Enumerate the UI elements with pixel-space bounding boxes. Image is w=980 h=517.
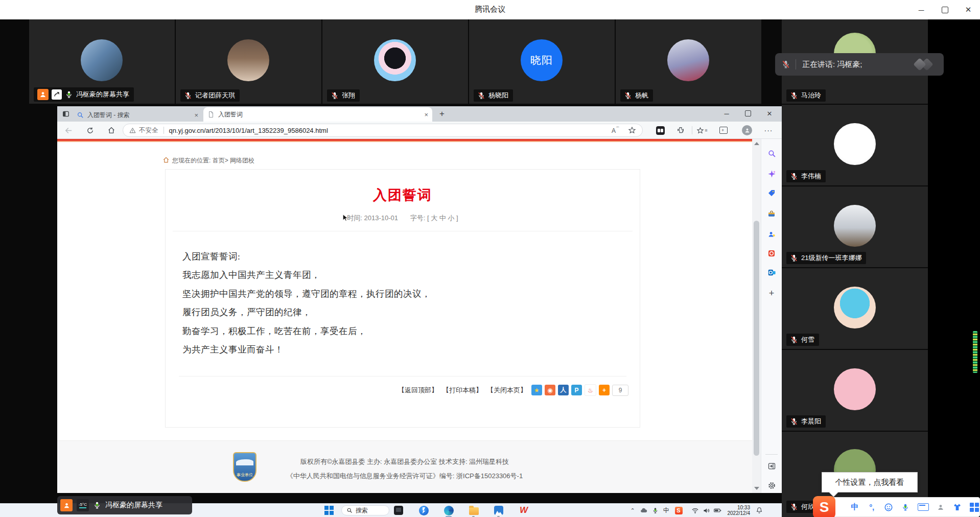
- video-tile[interactable]: 杨帆: [616, 19, 761, 104]
- screen: 腾讯会议 ─ ✕ 冯枢豪的屏幕共享 记者团薛天琪 张翔 晓阳 杨: [0, 0, 980, 517]
- not-secure-icon: [129, 127, 136, 134]
- share-weibo-icon[interactable]: ◉: [545, 385, 555, 395]
- sidebar-add-icon[interactable]: +: [766, 288, 777, 298]
- tray-ime-lang[interactable]: 中: [661, 505, 671, 515]
- divider: [796, 59, 796, 69]
- security-label: 不安全: [139, 126, 158, 135]
- avatar: [834, 123, 876, 165]
- browser-menu-icon[interactable]: ···: [761, 124, 776, 137]
- close-page-link[interactable]: 【关闭本页】: [487, 386, 527, 395]
- sogou-tooltip[interactable]: 个性设置，点我看看: [822, 472, 918, 492]
- add-favorite-icon[interactable]: [628, 126, 636, 134]
- back-button[interactable]: [61, 124, 76, 137]
- share-pengyou-icon[interactable]: P: [571, 385, 582, 395]
- ime-lang-toggle[interactable]: 中: [850, 502, 860, 513]
- taskbar-wps-icon[interactable]: W: [519, 505, 529, 515]
- share-renren-icon[interactable]: 人: [558, 385, 569, 395]
- address-bar[interactable]: 不安全 qn.yj.gov.cn/art/2013/10/1/art_13522…: [123, 124, 643, 137]
- tab-actions-icon[interactable]: [62, 110, 70, 118]
- url-text: qn.yj.gov.cn/art/2013/10/1/art_1352239_9…: [169, 127, 328, 134]
- ime-emoji-icon[interactable]: [883, 502, 894, 513]
- scroll-down-icon[interactable]: [754, 487, 759, 490]
- tab-active[interactable]: 入团誓词 ×: [203, 107, 432, 122]
- sidebar-tools-icon[interactable]: [766, 209, 777, 219]
- taskbar-explorer-icon[interactable]: [469, 505, 479, 515]
- ime-keyboard-icon[interactable]: [918, 502, 929, 513]
- home-button[interactable]: [104, 124, 119, 137]
- avatar: [834, 205, 876, 247]
- mic-on-icon: [65, 90, 73, 99]
- tray-cloud-icon[interactable]: [639, 505, 649, 515]
- sidebar-search-icon[interactable]: [766, 148, 777, 158]
- tray-mic-icon[interactable]: [650, 505, 660, 515]
- video-tile[interactable]: 晓阳 杨晓阳: [469, 19, 615, 104]
- video-tile[interactable]: 记者团薛天琪: [176, 19, 321, 104]
- sidebar-shopping-icon[interactable]: [766, 188, 777, 198]
- print-link[interactable]: 【打印本稿】: [442, 386, 482, 395]
- app-minimize-button[interactable]: ─: [909, 0, 933, 19]
- ime-toolbox-icon[interactable]: [969, 502, 979, 513]
- browser-maximize-button[interactable]: [739, 106, 757, 121]
- share-qzone-icon[interactable]: ★: [531, 385, 542, 395]
- tab-close-icon[interactable]: ×: [424, 111, 428, 119]
- video-tile[interactable]: 21级新传一班李娜娜: [782, 186, 928, 267]
- taskbar-app-dark[interactable]: [393, 505, 404, 515]
- tray-chevron-icon[interactable]: ⌃: [627, 505, 638, 515]
- participant-name: 21级新传一班李娜娜: [801, 253, 861, 263]
- sidebar-outlook-icon[interactable]: [766, 267, 777, 277]
- video-tile[interactable]: 张翔: [322, 19, 468, 104]
- taskbar-docs-icon[interactable]: [494, 505, 504, 515]
- taskbar-clock[interactable]: 10:33 2022/12/4: [724, 505, 750, 516]
- taskbar-app-blue[interactable]: [418, 505, 429, 515]
- tab-close-icon[interactable]: ×: [194, 111, 198, 119]
- favorites-list-icon[interactable]: ≡: [695, 124, 709, 137]
- tray-wifi-icon[interactable]: [690, 505, 700, 515]
- font-size-switch[interactable]: 字号: [ 大 中 小 ]: [410, 214, 458, 222]
- sidebar-office-icon[interactable]: [766, 248, 777, 258]
- video-tile[interactable]: 何雪: [782, 268, 928, 349]
- sidebar-people-icon[interactable]: [766, 229, 777, 239]
- breadcrumb[interactable]: 您现在的位置: 首页> 网络团校: [172, 156, 254, 165]
- tray-volume-icon[interactable]: [701, 505, 711, 515]
- video-tile[interactable]: 李晨阳: [782, 350, 928, 431]
- document-icon: [207, 111, 215, 118]
- avatar: [834, 368, 876, 410]
- app-close-button[interactable]: ✕: [956, 0, 980, 19]
- tray-battery-icon[interactable]: [712, 505, 722, 515]
- taskbar-edge-icon[interactable]: [444, 505, 454, 515]
- page-scrollbar[interactable]: [752, 139, 761, 493]
- profile-avatar[interactable]: [740, 124, 754, 137]
- sidebar-settings-icon[interactable]: [766, 480, 777, 490]
- sidebar-panel-icon[interactable]: [766, 461, 777, 471]
- avatar: [834, 287, 876, 328]
- ime-profile-icon[interactable]: [936, 502, 946, 513]
- app-maximize-button[interactable]: [933, 0, 956, 19]
- scroll-up-icon[interactable]: [754, 142, 759, 145]
- new-tab-button[interactable]: +: [439, 109, 445, 119]
- video-tile[interactable]: 李伟楠: [782, 105, 928, 185]
- notification-bell-icon[interactable]: [754, 505, 764, 515]
- share-tieba-icon[interactable]: ♨: [585, 384, 596, 396]
- browser-close-button[interactable]: ✕: [761, 106, 778, 121]
- weather-widget[interactable]: -5°C: [77, 499, 89, 511]
- ime-skin-icon[interactable]: [952, 502, 963, 513]
- extensions-icon[interactable]: [673, 124, 688, 137]
- sogou-logo-icon[interactable]: S: [813, 496, 835, 517]
- back-to-top-link[interactable]: 【返回顶部】: [398, 386, 438, 395]
- refresh-button[interactable]: [83, 124, 97, 137]
- read-aloud-icon[interactable]: A⌒: [612, 126, 620, 134]
- start-button[interactable]: [324, 505, 334, 515]
- collections-icon[interactable]: +: [716, 124, 731, 137]
- screen-share-toast[interactable]: -5°C 冯枢豪的屏幕共享: [57, 496, 192, 514]
- adblock-extension-icon[interactable]: [653, 124, 667, 137]
- video-tile-fengshuhao[interactable]: 冯枢豪的屏幕共享: [29, 19, 175, 104]
- taskbar-search[interactable]: 搜索: [341, 505, 389, 515]
- tray-sogou-icon[interactable]: S: [673, 505, 684, 515]
- share-more-icon[interactable]: +: [599, 385, 610, 395]
- tab-search[interactable]: 入团誓词 - 搜索 ×: [73, 108, 202, 122]
- browser-minimize-button[interactable]: ─: [718, 106, 735, 121]
- scrollbar-thumb[interactable]: [754, 221, 759, 456]
- sidebar-copilot-icon[interactable]: [766, 169, 777, 179]
- ime-voice-icon[interactable]: [900, 502, 911, 513]
- ime-punctuation-toggle[interactable]: °,: [867, 502, 877, 513]
